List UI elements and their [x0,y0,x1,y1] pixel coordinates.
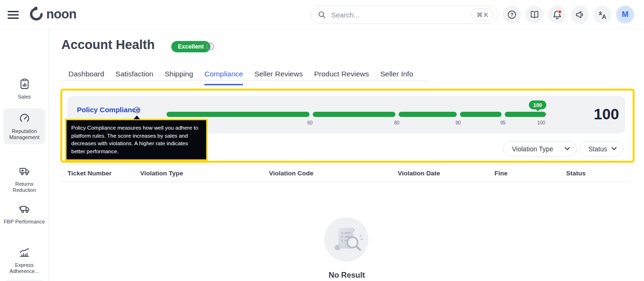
language-button[interactable]: ẋ A [594,6,611,24]
sidebar-item-reputation-management[interactable]: Reputation Management [3,108,45,144]
account-health-tabs: Dashboard Satisfaction Shipping Complian… [61,68,413,85]
tab-seller-info[interactable]: Seller Info [380,68,413,85]
search-input[interactable] [330,10,471,19]
search-icon [318,10,326,19]
returns-truck-icon [18,165,31,177]
top-bar: noon ⌘ K ? [0,0,644,29]
sidebar-item-label: Express Adherence... [3,262,45,274]
sidebar-item-label: Reputation Management [3,128,45,140]
hamburger-menu-icon[interactable] [8,9,21,20]
app-window: noon ⌘ K ? [0,0,644,281]
milestone-label: 60 [301,120,319,125]
milestone-label: 100 [532,120,551,125]
column-header-status: Status [566,170,585,177]
page-title: Account Health [61,38,155,52]
table-header-border [61,182,633,182]
sidebar-item-label: Sales [18,94,31,100]
help-button[interactable]: ? [503,6,521,24]
translate-icon: ẋ A [597,9,608,20]
help-icon: ? [507,9,517,20]
noon-logo-icon [28,6,44,22]
account-health-status-badge: Excellent [171,41,210,52]
sidebar-item-fbp-performance[interactable]: FBP Performance [3,199,45,229]
sidebar-item-label: Returns Reduction [3,181,45,193]
column-header-violation-type: Violation Type [140,170,183,177]
noon-logo[interactable]: noon [28,6,76,22]
status-filter-label: Status [588,145,607,153]
progress-segment-3 [399,112,457,117]
book-icon [529,9,540,20]
progress-segment-5 [505,112,546,117]
express-chart-icon [18,246,31,258]
chevron-down-icon [611,147,617,150]
compliance-score: 100 [584,106,619,123]
metric-title: Policy Compliance [77,106,140,114]
tab-satisfaction[interactable]: Satisfaction [116,68,153,85]
column-header-ticket-number: Ticket Number [67,170,112,177]
milestone-label: 90 [449,120,468,125]
brand-name: noon [46,7,76,22]
table-top-border [61,165,633,165]
bell-icon [552,9,563,20]
milestone-label: 95 [493,120,512,125]
tab-dashboard[interactable]: Dashboard [68,68,104,85]
avatar-initial: M [622,10,628,19]
progress-segment-1 [167,112,309,117]
notifications-button[interactable] [548,6,566,24]
column-header-violation-date: Violation Date [398,170,440,177]
tabs-underline [61,80,430,81]
megaphone-icon [575,9,585,20]
policy-compliance-tooltip: Policy Compliance measures how well you … [65,119,208,161]
svg-text:?: ? [510,12,513,17]
title-info-icon[interactable] [206,42,214,50]
violation-type-filter[interactable]: Violation Type [503,141,577,157]
status-filter[interactable]: Status [579,141,624,157]
sidebar: Sales Reputation Management Returns Redu… [0,29,49,281]
sidebar-item-express-adherence[interactable]: Express Adherence... [3,242,45,278]
announcements-button[interactable] [571,6,589,24]
metric-info-icon[interactable] [134,107,141,114]
search-shortcut-hint: ⌘ K [471,8,493,21]
docs-button[interactable] [526,6,544,24]
svg-text:A: A [602,13,607,20]
progress-segment-2 [313,112,395,117]
notification-dot [558,10,561,13]
progress-segment-4 [460,112,502,117]
tooltip-arrow [134,116,140,119]
sidebar-item-label: FBP Performance [4,219,45,225]
violation-type-filter-label: Violation Type [512,145,553,153]
column-header-violation-code: Violation Code [269,170,313,177]
sidebar-divider [6,280,42,281]
user-avatar[interactable]: M [616,6,634,24]
chevron-down-icon [565,147,570,150]
tab-compliance[interactable]: Compliance [204,68,243,85]
no-result-scroll-icon [324,217,368,262]
fbp-truck-icon [18,203,31,215]
empty-state-illustration [324,217,368,262]
column-header-fine: Fine [494,170,508,177]
no-result-text: No Result [307,271,387,280]
tab-product-reviews[interactable]: Product Reviews [314,68,369,85]
score-bubble: 100 [529,100,546,109]
sales-clipboard-icon [18,78,31,90]
sidebar-item-sales[interactable]: Sales [3,74,45,104]
milestone-label: 80 [387,120,406,125]
tab-seller-reviews[interactable]: Seller Reviews [254,68,303,85]
sidebar-item-returns-reduction[interactable]: Returns Reduction [3,161,45,197]
gauge-icon [18,112,31,124]
global-search[interactable]: ⌘ K [310,6,498,24]
tab-shipping[interactable]: Shipping [165,68,193,85]
